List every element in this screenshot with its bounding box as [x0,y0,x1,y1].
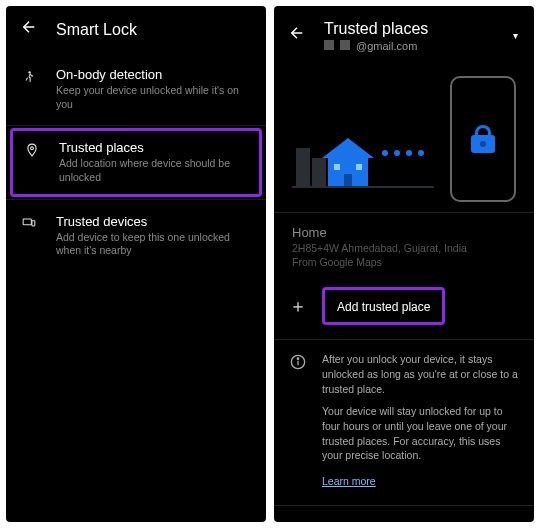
phone-lock-illustration [450,76,516,202]
info-section: After you unlock your device, it stays u… [274,340,534,495]
illustration [274,62,534,212]
add-button-label: Add trusted place [337,300,430,314]
info-paragraph: After you unlock your device, it stays u… [322,352,518,396]
option-on-body-detection[interactable]: On-body detection Keep your device unloc… [6,55,266,123]
option-subtitle: Keep your device unlocked while it's on … [56,84,252,111]
home-place-entry[interactable]: Home 2H85+4W Ahmedabad, Gujarat, India F… [274,213,534,283]
option-subtitle: Add device to keep this one unlocked whe… [56,231,252,258]
svg-rect-3 [32,220,35,225]
page-title: Trusted places [324,20,428,38]
divider [6,125,266,126]
plus-icon: ＋ [288,294,308,318]
location-pin-icon [23,140,41,158]
house-icon [322,138,374,186]
divider [274,505,534,506]
add-trusted-place-row[interactable]: ＋ Add trusted place [274,283,534,331]
place-address: 2H85+4W Ahmedabad, Gujarat, India [292,242,516,256]
trusted-places-screen: Trusted places @gmail.com ▾ [274,6,534,522]
option-trusted-devices[interactable]: Trusted devices Add device to keep this … [6,202,266,270]
avatar-placeholder [324,40,334,50]
svg-point-0 [28,71,30,73]
option-title: Trusted places [59,140,249,155]
smart-lock-screen: Smart Lock On-body detection Keep your d… [6,6,266,522]
page-title: Smart Lock [56,21,137,39]
divider [6,199,266,200]
header: Smart Lock [6,6,266,55]
walking-icon [20,67,38,85]
account-row[interactable]: @gmail.com [324,38,428,52]
connection-dots-icon [382,150,424,156]
back-arrow-icon[interactable] [288,20,306,47]
info-paragraph: Your device will stay unlocked for up to… [322,404,518,463]
header: Trusted places @gmail.com ▾ [274,6,534,62]
option-subtitle: Add location where device should be unlo… [59,157,249,184]
info-icon [288,352,308,374]
svg-point-6 [297,358,298,359]
place-label: Home [292,225,516,240]
back-arrow-icon[interactable] [20,18,38,41]
option-title: Trusted devices [56,214,252,229]
account-email: @gmail.com [356,40,417,52]
svg-rect-2 [23,218,31,224]
svg-point-1 [31,147,34,150]
devices-icon [20,214,38,230]
place-source: From Google Maps [292,256,516,270]
avatar-placeholder [340,40,350,50]
lock-icon [471,125,495,153]
learn-more-link[interactable]: Learn more [322,475,376,487]
option-title: On-body detection [56,67,252,82]
option-trusted-places[interactable]: Trusted places Add location where device… [10,128,262,196]
add-trusted-place-button[interactable]: Add trusted place [322,287,445,325]
chevron-down-icon[interactable]: ▾ [513,30,518,41]
